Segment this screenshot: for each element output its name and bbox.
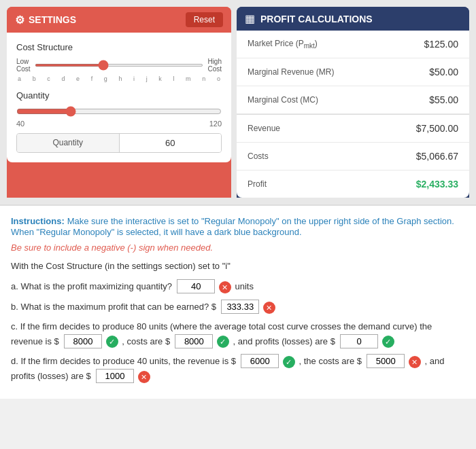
question-d-profit-icon: ✕ bbox=[138, 371, 150, 383]
question-b-icon: ✕ bbox=[263, 302, 275, 314]
quantity-input-value: 60 bbox=[119, 134, 222, 152]
quantity-range-row: 40 120 bbox=[16, 120, 222, 128]
question-d-costs-text: , the costs are $ bbox=[299, 356, 364, 366]
mc-label: Marginal Cost (MC) bbox=[248, 95, 318, 105]
question-c-revenue-icon: ✓ bbox=[106, 336, 118, 348]
question-d-revenue-input[interactable] bbox=[241, 354, 279, 368]
market-price-label: Market Price (Pmkt) bbox=[248, 39, 318, 50]
quantity-input-row: Quantity 60 bbox=[16, 133, 222, 153]
settings-title-label: SETTINGS bbox=[29, 14, 76, 25]
revenue-label: Revenue bbox=[248, 124, 280, 133]
instructions-paragraph: Instructions: Make sure the interactive … bbox=[11, 215, 465, 237]
cost-slider[interactable] bbox=[35, 64, 204, 67]
instructions-body-text: Make sure the interactive is set to "Reg… bbox=[11, 216, 454, 237]
question-a: a. What is the profit maximizing quantit… bbox=[11, 279, 465, 294]
high-cost-label: HighCost bbox=[207, 58, 222, 73]
profit-row-mr: Marginal Revenue (MR) $50.00 bbox=[237, 58, 469, 86]
low-cost-label: LowCost bbox=[16, 58, 31, 73]
settings-title: ⚙ SETTINGS bbox=[15, 14, 76, 26]
calculator-icon: ▦ bbox=[245, 12, 255, 25]
instructions-bold: Instructions: bbox=[11, 216, 65, 226]
question-b-input[interactable] bbox=[221, 300, 259, 314]
question-a-icon: ✕ bbox=[219, 281, 231, 293]
question-d-text: d. If the firm decides to produce 40 uni… bbox=[11, 356, 239, 366]
instructions-italic: Be sure to include a negative (-) sign w… bbox=[11, 243, 465, 253]
profit-row-costs: Costs $5,066.67 bbox=[237, 143, 469, 170]
question-c-costs-text: , costs are $ bbox=[122, 336, 172, 346]
question-c-revenue-input[interactable] bbox=[64, 334, 102, 348]
quantity-max: 120 bbox=[209, 120, 222, 128]
with-text: With the Cost Structure (in the settings… bbox=[11, 259, 465, 274]
profit-value: $2,433.33 bbox=[416, 179, 458, 190]
question-a-units: units bbox=[235, 281, 253, 291]
reset-button[interactable]: Reset bbox=[186, 12, 223, 27]
costs-value: $5,066.67 bbox=[416, 151, 458, 162]
question-c-profit-text: , and profits (losses) are $ bbox=[233, 336, 338, 346]
profit-title-label: PROFIT CALCULATIONS bbox=[260, 14, 373, 24]
settings-panel: ⚙ SETTINGS Reset Cost Structure LowCost … bbox=[7, 7, 231, 198]
question-c-profit-input[interactable] bbox=[340, 334, 378, 348]
question-b: b. What is the maximum profit that can b… bbox=[11, 300, 465, 315]
quantity-min: 40 bbox=[16, 120, 24, 128]
slider-letters: abc def ghi jkl mno bbox=[16, 75, 222, 82]
settings-header: ⚙ SETTINGS Reset bbox=[7, 7, 231, 33]
question-c-costs-input[interactable] bbox=[175, 334, 213, 348]
quantity-input-label: Quantity bbox=[17, 134, 119, 152]
profit-label: Profit bbox=[248, 179, 267, 189]
gear-icon: ⚙ bbox=[15, 14, 24, 26]
profit-row-market-price: Market Price (Pmkt) $125.00 bbox=[237, 31, 469, 58]
question-d-costs-input[interactable] bbox=[367, 354, 405, 368]
quantity-label: Quantity bbox=[16, 90, 222, 101]
question-a-input[interactable] bbox=[177, 279, 215, 293]
mr-value: $50.00 bbox=[429, 67, 458, 77]
profit-body: Market Price (Pmkt) $125.00 Marginal Rev… bbox=[237, 31, 469, 198]
question-d-profit-input[interactable] bbox=[96, 369, 134, 383]
instructions-section: Instructions: Make sure the interactive … bbox=[0, 204, 476, 399]
costs-label: Costs bbox=[248, 151, 269, 161]
revenue-value: $7,500.00 bbox=[416, 123, 458, 134]
question-d-revenue-icon: ✓ bbox=[283, 356, 295, 368]
mr-label: Marginal Revenue (MR) bbox=[248, 67, 334, 77]
question-c-profit-icon: ✓ bbox=[382, 336, 394, 348]
cost-slider-row: LowCost HighCost bbox=[16, 58, 222, 73]
profit-row-mc: Marginal Cost (MC) $55.00 bbox=[237, 86, 469, 114]
question-d: d. If the firm decides to produce 40 uni… bbox=[11, 354, 465, 384]
settings-body: Cost Structure LowCost HighCost abc def … bbox=[7, 33, 231, 162]
mc-value: $55.00 bbox=[429, 94, 458, 105]
question-c: c. If the firm decides to produce 80 uni… bbox=[11, 320, 465, 349]
question-a-text: a. What is the profit maximizing quantit… bbox=[11, 281, 175, 291]
cost-structure-label: Cost Structure bbox=[16, 42, 222, 52]
profit-row-revenue: Revenue $7,500.00 bbox=[237, 115, 469, 143]
question-b-text: b. What is the maximum profit that can b… bbox=[11, 302, 219, 312]
profit-row-profit: Profit $2,433.33 bbox=[237, 170, 469, 198]
quantity-slider[interactable] bbox=[16, 106, 222, 117]
profit-header: ▦ PROFIT CALCULATIONS bbox=[237, 7, 469, 31]
market-price-value: $125.00 bbox=[424, 39, 458, 50]
question-d-costs-icon: ✕ bbox=[409, 356, 421, 368]
question-c-costs-icon: ✓ bbox=[217, 336, 229, 348]
profit-panel: ▦ PROFIT CALCULATIONS Market Price (Pmkt… bbox=[237, 7, 469, 198]
